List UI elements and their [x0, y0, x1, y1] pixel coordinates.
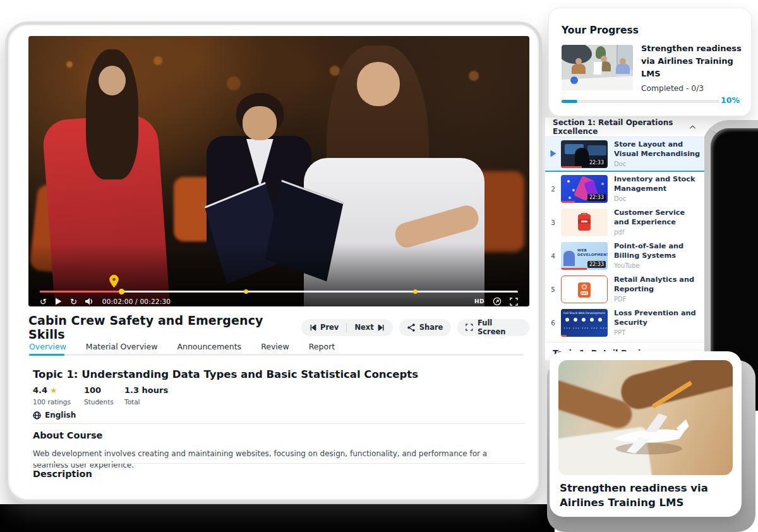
divider: [33, 423, 526, 424]
file-pdf-icon: [576, 213, 593, 232]
progress-card-title: Your Progress: [562, 25, 639, 36]
item-title: Retail Analytics and Reporting: [614, 275, 701, 294]
tab-bar: Overview Material Overview Announcements…: [29, 342, 335, 351]
video-marker[interactable]: [244, 289, 248, 294]
next-button[interactable]: Next: [354, 323, 384, 332]
tab-track: [28, 354, 524, 356]
tab-announcements[interactable]: Announcements: [177, 342, 241, 351]
course-playlist-panel: Section 1: Retail Operations Excellence …: [545, 118, 704, 360]
progress-percent: 10%: [721, 95, 740, 105]
section-header[interactable]: Section 1: Retail Operations Excellence: [545, 118, 704, 137]
item-title: Customer Service and Experience: [614, 209, 701, 227]
video-controls: ↺ ↻ 00:02:00 / 00:22:30 HD: [40, 296, 518, 306]
video-progress-bar[interactable]: [40, 291, 518, 293]
video-playhead[interactable]: [119, 289, 124, 294]
thumbnail-caption: WEB DEVELOPMENT: [577, 248, 605, 258]
item-index: 2: [545, 185, 561, 193]
stat-hours: 1.3 hours Total: [124, 385, 168, 406]
video-scene-lights: [66, 61, 73, 68]
rewind-icon[interactable]: ↺: [40, 298, 47, 306]
item-title: Loss Prevention and Security: [614, 309, 701, 327]
page-title: Cabin Crew Safety and Emergency Skills: [28, 313, 301, 341]
watch-progress: [561, 166, 582, 168]
tab-review[interactable]: Review: [261, 342, 289, 351]
playback-speed-icon[interactable]: [493, 297, 502, 306]
item-thumbnail: 22:33: [561, 175, 608, 203]
lms-page: ↺ ↻ 00:02:00 / 00:22:30 HD Cabin Crew Sa…: [0, 0, 758, 532]
divider: [33, 463, 526, 464]
tab-overview[interactable]: Overview: [29, 342, 66, 351]
playlist-item[interactable]: 22:33 Store Layout and Visual Merchandis…: [545, 137, 704, 172]
bookmark-pin-icon[interactable]: [109, 274, 119, 288]
progress-bar: [562, 100, 719, 103]
topic-heading: Topic 1: Understanding Data Types and Ba…: [33, 368, 418, 380]
video-player[interactable]: ↺ ↻ 00:02:00 / 00:22:30 HD: [28, 36, 529, 306]
item-index: 6: [545, 319, 561, 327]
item-type: PDF: [614, 296, 701, 303]
item-type: PPT: [614, 329, 701, 336]
file-ppt-icon: PPT: [577, 281, 592, 298]
promo-title: Strengthen readiness via Airlines Traini…: [560, 481, 734, 511]
svg-text:PPT: PPT: [581, 291, 588, 294]
fullscreen-icon[interactable]: [510, 298, 518, 306]
forward-icon[interactable]: ↻: [70, 298, 77, 306]
share-icon: [407, 323, 415, 332]
video-scene: [243, 106, 277, 140]
item-index: 4: [545, 252, 561, 260]
description-heading: Description: [33, 469, 92, 479]
thumbnail-caption: Full Stack Web Development: [561, 311, 608, 315]
language-row: English: [33, 411, 76, 420]
your-progress-card: Your Progress Strengthen readiness via A…: [548, 8, 752, 116]
video-scene: [99, 66, 126, 95]
progress-course-title: Strengthen readiness via Airlines Traini…: [641, 42, 742, 80]
item-thumbnail: PPT: [561, 275, 608, 303]
playlist-item[interactable]: 5 PPT Retail Analytics and Reporting PDF: [545, 272, 704, 306]
prev-icon: [310, 324, 316, 331]
chevron-up-icon[interactable]: [690, 124, 695, 130]
item-playing-indicator: [545, 150, 561, 159]
next-icon: [378, 324, 385, 331]
watch-progress: [561, 268, 587, 270]
fullscreen-button[interactable]: Full Screen: [457, 319, 529, 336]
progress-course-thumbnail: [562, 45, 633, 90]
share-button[interactable]: Share: [399, 319, 452, 336]
prev-button[interactable]: Prev: [310, 323, 339, 332]
section-title: Section 1: Retail Operations Excellence: [553, 118, 690, 136]
progress-bar-fill: [562, 100, 577, 103]
course-promo-card[interactable]: Strengthen readiness via Airlines Traini…: [550, 351, 742, 517]
star-icon: ★: [51, 386, 57, 395]
item-title: Inventory and Stock Management: [614, 175, 701, 193]
playlist-item[interactable]: 4 WEB DEVELOPMENT 22:33 Point-of-Sale an…: [545, 239, 704, 272]
backdrop-bottom: [0, 504, 555, 532]
item-index: 5: [545, 286, 561, 293]
volume-icon[interactable]: [85, 298, 94, 305]
playlist-item[interactable]: 2 22:33 Inventory and Stock Management D…: [545, 172, 704, 205]
watch-progress: [561, 201, 575, 203]
about-course-text: Web development involves creating and ma…: [33, 448, 519, 471]
item-type: YouTube: [614, 262, 701, 269]
play-icon[interactable]: [55, 298, 62, 305]
video-time: 00:02:00 / 00:22:30: [102, 298, 171, 305]
video-progress-fill: [40, 291, 121, 293]
tab-report[interactable]: Report: [309, 342, 335, 351]
hd-badge[interactable]: HD: [474, 298, 484, 305]
progress-completed-label: Completed - 0/3: [641, 84, 704, 93]
item-type: Doc: [614, 195, 701, 202]
about-course-heading: About Course: [33, 430, 102, 440]
duration-badge: 22:33: [587, 261, 606, 268]
promo-image: [558, 360, 733, 475]
item-index: 3: [545, 219, 561, 226]
item-thumbnail: WEB DEVELOPMENT 22:33: [561, 242, 608, 270]
course-stats: 4.4 ★ 100 ratings 100 Students 1.3 hours…: [33, 385, 168, 406]
playlist-item[interactable]: 3 Customer Service and Experience pdf: [545, 205, 704, 239]
tab-material-overview[interactable]: Material Overview: [86, 342, 158, 351]
item-thumbnail: Full Stack Web Development ••• ••• ••• •…: [561, 309, 608, 337]
duration-badge: 22:33: [587, 159, 606, 166]
playlist-item[interactable]: 6 Full Stack Web Development ••• ••• •••…: [545, 306, 704, 339]
globe-icon: [33, 411, 41, 420]
model-airplane-graphic: [600, 404, 698, 462]
item-thumbnail: 22:33: [561, 140, 608, 168]
item-title: Store Layout and Visual Merchandising: [614, 140, 701, 159]
item-thumbnail: [561, 209, 608, 236]
stat-students: 100 Students: [84, 385, 124, 406]
